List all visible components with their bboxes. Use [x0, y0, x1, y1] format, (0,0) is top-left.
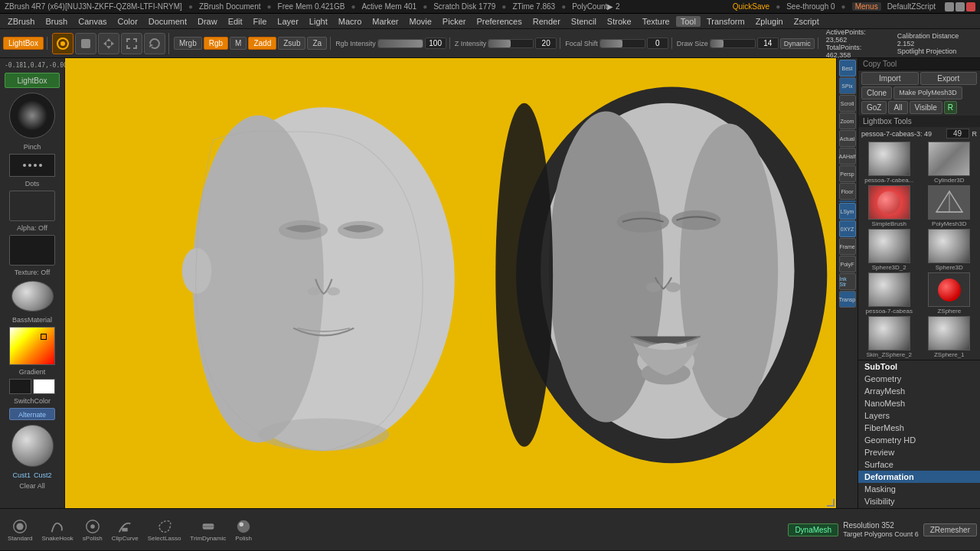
dynamic-btn[interactable]: Dynamic	[780, 38, 815, 49]
view-zoom[interactable]: Zoom	[839, 112, 856, 129]
menu-preferences[interactable]: Preferences	[472, 16, 526, 27]
tool-polish[interactable]: Polish	[230, 518, 256, 542]
dynmesh-btn[interactable]: DynaMesh	[788, 523, 838, 536]
menu-draw[interactable]: Draw	[193, 16, 222, 27]
rotate-btn[interactable]	[144, 33, 165, 54]
z-intensity-slider[interactable]	[488, 39, 534, 48]
make-polymesh-btn[interactable]: Make PolyMesh3D	[893, 86, 962, 99]
r-indicator[interactable]: R	[972, 130, 978, 138]
view-aahalf[interactable]: AAHalf	[839, 148, 856, 165]
zadd-btn[interactable]: Zadd	[248, 37, 276, 50]
make-btn[interactable]	[75, 33, 96, 54]
clone-btn[interactable]: Clone	[861, 86, 892, 99]
thumb-skin-zsphere[interactable]: Skin_ZSphere_2	[860, 316, 919, 358]
thumb-polymesh[interactable]: PolyMesh3D	[920, 185, 979, 227]
menu-layer[interactable]: Layer	[273, 16, 303, 27]
menu-document[interactable]: Document	[144, 16, 191, 27]
texture-preview[interactable]	[9, 235, 55, 266]
thumb-pessoa[interactable]: pessoa-7-cabea...	[860, 142, 919, 184]
default-script[interactable]: DefaultZScript	[887, 2, 936, 11]
lightbox-toggle[interactable]: LightBox	[5, 73, 60, 88]
tool-clipcurve[interactable]: ClipCurve	[107, 518, 143, 542]
export-btn[interactable]: Export	[920, 72, 978, 85]
menu-zscript[interactable]: Zscript	[789, 16, 824, 27]
scale-btn[interactable]	[121, 33, 142, 54]
resize-handle[interactable]	[827, 499, 835, 507]
alpha-preview[interactable]	[9, 191, 55, 221]
menu-edit[interactable]: Edit	[224, 16, 247, 27]
minimize-btn[interactable]	[945, 2, 954, 11]
pessoa-num-input[interactable]	[946, 129, 969, 139]
thumb-zsphere1[interactable]: ZSphere_1	[920, 316, 979, 358]
menu-zplugin[interactable]: Zplugin	[751, 16, 788, 27]
tool-spolish[interactable]: sPolish	[78, 518, 107, 542]
menu-geometry-hd[interactable]: Geometry HD	[858, 434, 980, 446]
menu-picker[interactable]: Picker	[438, 16, 471, 27]
menu-light[interactable]: Light	[305, 16, 332, 27]
thumb-cylinder[interactable]: Cylinder3D	[920, 142, 979, 184]
menu-layers[interactable]: Layers	[858, 409, 980, 422]
rgb-intensity-val[interactable]: 100	[425, 37, 446, 49]
menu-color[interactable]: Color	[113, 16, 142, 27]
tool-selectlasso[interactable]: SelectLasso	[143, 518, 186, 542]
menu-subtool[interactable]: SubTool	[858, 360, 980, 373]
za-btn[interactable]: Za	[307, 37, 327, 50]
rgb-btn[interactable]: Rgb	[204, 37, 228, 50]
import-btn[interactable]: Import	[861, 72, 919, 85]
menu-stroke[interactable]: Stroke	[603, 16, 636, 27]
preview-sphere[interactable]	[11, 425, 54, 467]
menus-btn[interactable]: Menus	[852, 2, 881, 11]
move-btn[interactable]	[98, 33, 119, 54]
menu-tool[interactable]: Tool	[676, 16, 701, 27]
draw-val[interactable]: 14	[757, 37, 779, 49]
quicksave-btn[interactable]: QuickSave	[733, 2, 769, 11]
menu-fibermesh[interactable]: FiberMesh	[858, 422, 980, 434]
focal-val[interactable]: 0	[647, 37, 668, 49]
color-picker[interactable]	[9, 327, 55, 365]
thumb-sphere3d2[interactable]: Sphere3D_2	[860, 229, 919, 271]
focal-slider[interactable]	[599, 39, 645, 48]
tool-snakehook[interactable]: SnakeHook	[37, 518, 77, 542]
draw-slider[interactable]	[710, 39, 756, 48]
zremesher-btn[interactable]: ZRemesher	[923, 523, 977, 536]
menu-arraymesh[interactable]: ArrayMesh	[858, 385, 980, 397]
view-inkstr[interactable]: Ink Str	[839, 273, 856, 290]
maximize-btn[interactable]	[956, 2, 965, 11]
menu-polygroups[interactable]: Polygroups	[858, 507, 980, 508]
visible-btn[interactable]: Visible	[910, 101, 942, 114]
menu-masking[interactable]: Masking	[858, 483, 980, 495]
menu-canvas[interactable]: Canvas	[74, 16, 111, 27]
stroke-preview[interactable]	[9, 154, 55, 177]
material-preview[interactable]	[11, 281, 54, 311]
z-intensity-val[interactable]: 20	[535, 37, 557, 49]
menu-file[interactable]: File	[249, 16, 272, 27]
menu-brush[interactable]: Brush	[41, 16, 72, 27]
menu-transform[interactable]: Transform	[702, 16, 750, 27]
view-actual[interactable]: Actual	[839, 130, 856, 147]
mrgb-btn[interactable]: Mrgb	[174, 37, 202, 50]
thumb-sphere3d[interactable]: Sphere3D	[920, 229, 979, 271]
view-floor[interactable]: Floor	[839, 183, 856, 200]
all-btn[interactable]: All	[888, 101, 907, 114]
swatch-fg[interactable]	[9, 379, 31, 394]
menu-nanomesh[interactable]: NanoMesh	[858, 397, 980, 409]
menu-marker[interactable]: Marker	[368, 16, 403, 27]
thumb-pessoa2[interactable]: pessoa-7-cabeas	[860, 272, 919, 315]
thumb-zsphere[interactable]: ZSphere	[920, 272, 979, 315]
menu-zbrush[interactable]: ZBrush	[3, 16, 39, 27]
cust2-btn[interactable]: Cust2	[34, 471, 52, 479]
menu-surface[interactable]: Surface	[858, 458, 980, 471]
clear-btn[interactable]: Clear All	[19, 482, 45, 490]
view-polyf[interactable]: PolyF	[839, 256, 856, 272]
menu-movie[interactable]: Movie	[405, 16, 436, 27]
brush-preview[interactable]	[9, 93, 55, 139]
view-oxyz[interactable]: 0XYZ	[839, 220, 856, 237]
canvas-area[interactable]	[65, 58, 836, 508]
draw-btn[interactable]	[52, 33, 74, 54]
view-transp[interactable]: Transp	[839, 291, 856, 308]
zsub-btn[interactable]: Zsub	[278, 37, 305, 50]
close-btn[interactable]	[966, 2, 975, 11]
menu-stencil[interactable]: Stencil	[567, 16, 601, 27]
view-frame[interactable]: Frame	[839, 238, 856, 255]
color-swatches[interactable]	[9, 379, 55, 394]
